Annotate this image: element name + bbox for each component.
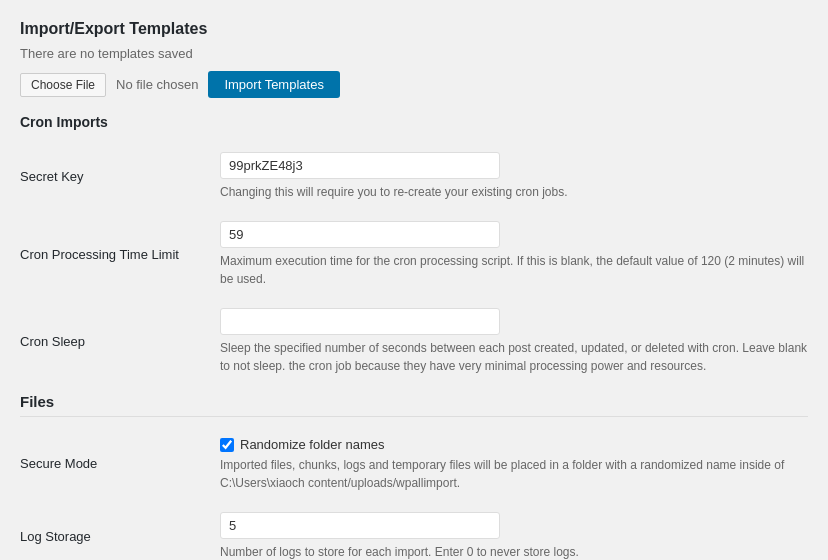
cron-time-limit-input[interactable] (220, 221, 500, 248)
files-heading: Files (20, 393, 808, 417)
log-storage-label: Log Storage (20, 529, 91, 544)
cron-sleep-label: Cron Sleep (20, 334, 85, 349)
secure-mode-checkbox[interactable] (220, 438, 234, 452)
secure-mode-checkbox-label: Randomize folder names (240, 437, 385, 452)
secret-key-label: Secret Key (20, 169, 84, 184)
cron-time-limit-desc: Maximum execution time for the cron proc… (220, 252, 808, 288)
cron-sleep-row: Cron Sleep Sleep the specified number of… (20, 298, 808, 385)
secret-key-row: Secret Key Changing this will require yo… (20, 142, 808, 211)
log-storage-desc: Number of logs to store for each import.… (220, 543, 808, 560)
log-storage-row: Log Storage Number of logs to store for … (20, 502, 808, 560)
files-form-table: Secure Mode Randomize folder names Impor… (20, 421, 808, 560)
secure-mode-checkbox-row: Randomize folder names (220, 437, 808, 452)
secure-mode-row: Secure Mode Randomize folder names Impor… (20, 421, 808, 502)
secret-key-desc: Changing this will require you to re-cre… (220, 183, 808, 201)
page-title: Import/Export Templates (20, 20, 808, 38)
secret-key-input[interactable] (220, 152, 500, 179)
no-file-chosen-text: No file chosen (116, 77, 198, 92)
log-storage-input[interactable] (220, 512, 500, 539)
cron-imports-heading: Cron Imports (20, 114, 808, 130)
cron-sleep-desc: Sleep the specified number of seconds be… (220, 339, 808, 375)
no-templates-notice: There are no templates saved (20, 46, 808, 61)
cron-sleep-input[interactable] (220, 308, 500, 335)
choose-file-button[interactable]: Choose File (20, 73, 106, 97)
import-templates-button[interactable]: Import Templates (208, 71, 339, 98)
cron-time-limit-row: Cron Processing Time Limit Maximum execu… (20, 211, 808, 298)
cron-form-table: Secret Key Changing this will require yo… (20, 142, 808, 385)
cron-time-limit-label: Cron Processing Time Limit (20, 247, 179, 262)
secure-mode-desc: Imported files, chunks, logs and tempora… (220, 456, 808, 492)
file-import-row: Choose File No file chosen Import Templa… (20, 71, 808, 98)
files-section: Files Secure Mode Randomize folder names… (20, 393, 808, 560)
secure-mode-label: Secure Mode (20, 456, 97, 471)
